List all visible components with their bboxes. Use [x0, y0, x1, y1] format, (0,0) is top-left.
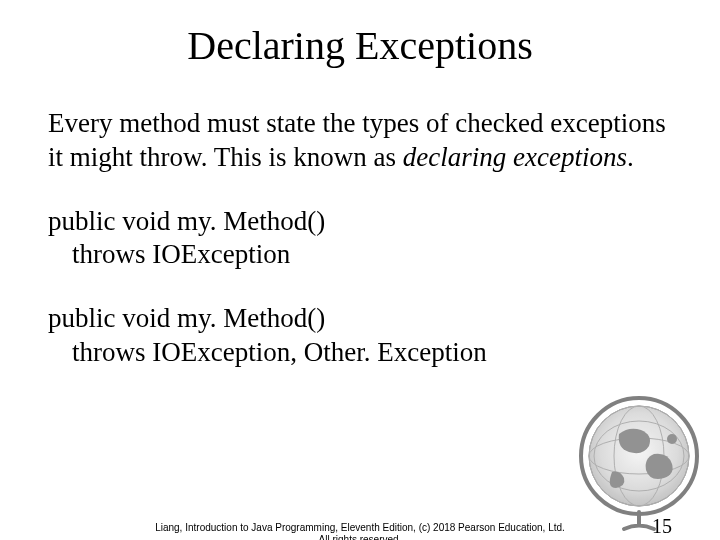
footer: Liang, Introduction to Java Programming,… — [0, 522, 720, 540]
slide-body: Every method must state the types of che… — [48, 107, 672, 370]
code-example-1: public void my. Method() throws IOExcept… — [48, 205, 672, 273]
code2-line1: public void my. Method() — [48, 303, 325, 333]
intro-text-3: . — [627, 142, 634, 172]
page-number: 15 — [652, 515, 672, 538]
intro-paragraph: Every method must state the types of che… — [48, 107, 672, 175]
svg-point-6 — [667, 434, 677, 444]
globe-icon — [564, 384, 714, 534]
slide-title: Declaring Exceptions — [0, 22, 720, 69]
code-example-2: public void my. Method() throws IOExcept… — [48, 302, 672, 370]
slide: Declaring Exceptions Every method must s… — [0, 22, 720, 540]
code2-line2: throws IOException, Other. Exception — [72, 336, 672, 370]
code1-line2: throws IOException — [72, 238, 672, 272]
intro-text-italic: declaring exceptions — [403, 142, 627, 172]
footer-line1: Liang, Introduction to Java Programming,… — [0, 522, 720, 534]
footer-line2: All rights reserved. — [0, 534, 720, 540]
code1-line1: public void my. Method() — [48, 206, 325, 236]
